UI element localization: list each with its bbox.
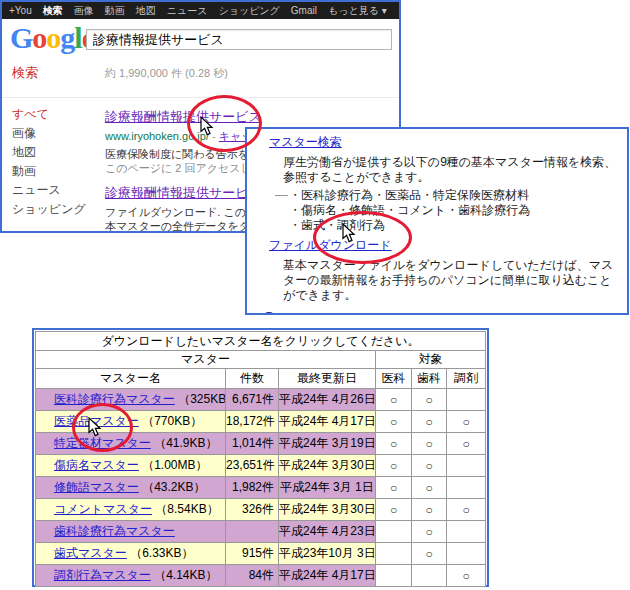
topbar-item-gmail[interactable]: Gmail [291, 5, 317, 16]
target-dental-cell: ○ [412, 543, 447, 565]
master-name-cell: 修飾語マスター （43.2KB） [36, 477, 226, 499]
master-download-link[interactable]: 歯式マスター [54, 546, 127, 560]
master-download-link[interactable]: 医薬品マスター [54, 414, 139, 428]
file-download-description: 基本マスターファイルをダウンロードしていただけば、マスターの最新情報をお手持ちの… [283, 258, 619, 303]
table-row: 調剤行為マスター （4.14KB）84件平成24年 4月17日○ [36, 565, 486, 587]
master-name-cell: 特定器材マスター （41.9KB） [36, 433, 226, 455]
sidebar-item-all[interactable]: すべて [12, 105, 86, 124]
topbar-item-search[interactable]: 検索 [43, 4, 63, 18]
master-download-link[interactable]: 調剤行為マスター [54, 568, 151, 582]
master-file-size: （41.9KB） [154, 436, 217, 450]
table-row: 医科診療行為マスター （325KB）6,671件平成24年 4月26日○○ [36, 389, 486, 411]
master-download-link[interactable]: 医科診療行為マスター [54, 392, 175, 406]
screenshot-stage: +You 検索 画像 動画 地図 ニュース ショッピング Gmail もっと見る… [0, 0, 630, 590]
target-medical-cell [376, 521, 412, 543]
target-dental-cell: ○ [412, 433, 447, 455]
target-dispensing-cell [447, 543, 486, 565]
google-logo[interactable]: Google [10, 23, 94, 53]
last-updated-cell: 平成24年 3月30日 [279, 499, 376, 521]
master-file-size: （325KB） [178, 392, 225, 406]
sidebar-item-maps[interactable]: 地図 [12, 143, 86, 162]
drug-badge-icon: 薬 [261, 312, 277, 315]
target-medical-cell: ○ [376, 499, 412, 521]
sidebar-item-videos[interactable]: 動画 [12, 162, 86, 181]
target-dental-cell: ○ [412, 499, 447, 521]
master-download-link[interactable]: 傷病名マスター [54, 458, 139, 472]
master-service-popup: マスター検索 厚生労働省が提供する以下の9種の基本マスター情報を検索、参照するこ… [245, 127, 629, 315]
topbar-item-maps[interactable]: 地図 [136, 4, 156, 18]
sidebar-item-shopping[interactable]: ショッピング [12, 200, 86, 219]
topbar-item-more[interactable]: もっと見る ▾ [328, 4, 387, 18]
master-search-description: 厚生労働省が提供する以下の9種の基本マスター情報を検索、参照することができます。 [283, 155, 619, 185]
master-name-cell: 医科診療行為マスター （325KB） [36, 389, 226, 411]
master-name-cell: 医薬品マスター （770KB） [36, 411, 226, 433]
master-download-link[interactable]: 修飾語マスター [54, 480, 139, 494]
master-download-link[interactable]: 特定器材マスター [54, 436, 151, 450]
last-updated-cell: 平成24年 3月 1日 [279, 477, 376, 499]
target-medical-cell: ○ [376, 433, 412, 455]
table-caption: ダウンロードしたいマスター名をクリックしてください。 [36, 332, 486, 351]
master-file-size: （4.14KB） [154, 568, 217, 582]
master-types-line-1: ・医科診療行為・医薬品・特定保険医療材料 [275, 188, 619, 203]
search-sidebar: すべて 画像 地図 動画 ニュース ショッピング [12, 105, 86, 219]
topbar-item-images[interactable]: 画像 [74, 4, 94, 18]
search-input[interactable] [86, 29, 392, 50]
results-divider [2, 97, 399, 98]
logo-letter: g [60, 21, 74, 54]
col-header-dispensing: 調剤 [447, 369, 486, 389]
google-topbar: +You 検索 画像 動画 地図 ニュース ショッピング Gmail もっと見る… [2, 2, 399, 19]
master-file-size: （8.54KB） [155, 502, 218, 516]
last-updated-cell: 平成24年 4月17日 [279, 411, 376, 433]
master-name-cell: 調剤行為マスター （4.14KB） [36, 565, 226, 587]
last-updated-cell: 平成24年 4月26日 [279, 389, 376, 411]
target-dental-cell: ○ [412, 411, 447, 433]
topbar-item-videos[interactable]: 動画 [105, 4, 125, 18]
master-file-size: （43.2KB） [142, 480, 205, 494]
master-types-line-3: ・歯式・調剤行為 [275, 218, 619, 233]
table-row: 歯科診療行為マスター平成24年 4月23日○ [36, 521, 486, 543]
master-search-link[interactable]: マスター検索 [269, 135, 342, 149]
target-dispensing-cell [447, 477, 486, 499]
table-row: コメントマスター （8.54KB）326件平成24年 3月30日○○○ [36, 499, 486, 521]
master-name-cell: 歯式マスター （6.33KB） [36, 543, 226, 565]
result-1-title-link[interactable]: 診療報酬情報提供サービス [105, 108, 262, 126]
last-updated-cell: 平成24年 3月30日 [279, 455, 376, 477]
result-stats: 約 1,990,000 件 (0.28 秒) [105, 66, 228, 81]
record-count-cell: 18,172件 [226, 411, 279, 433]
topbar-item-plus-you[interactable]: +You [9, 5, 32, 16]
topbar-item-shopping[interactable]: ショッピング [218, 4, 279, 18]
file-download-link[interactable]: ファイルダウンロード [269, 238, 392, 252]
target-dental-cell: ○ [412, 521, 447, 543]
master-name-cell: 歯科診療行為マスター [36, 521, 226, 543]
master-download-window: ダウンロードしたいマスター名をクリックしてください。 マスター 対象 マスター名… [32, 328, 489, 587]
table-row: 修飾語マスター （43.2KB）1,982件平成24年 3月 1日○○ [36, 477, 486, 499]
last-updated-cell: 平成23年10月 3日 [279, 543, 376, 565]
target-dental-cell: ○ [412, 477, 447, 499]
url-separator: - [209, 130, 219, 142]
master-download-table: ダウンロードしたいマスター名をクリックしてください。 マスター 対象 マスター名… [35, 331, 486, 587]
target-dispensing-cell: ○ [447, 499, 486, 521]
target-dental-cell [412, 565, 447, 587]
target-dispensing-cell: ○ [447, 411, 486, 433]
target-dental-cell: ○ [412, 389, 447, 411]
record-count-cell [226, 521, 279, 543]
sidebar-item-news[interactable]: ニュース [12, 181, 86, 200]
result-2-title-link[interactable]: 診療報酬情報提供サービス [105, 184, 262, 202]
table-rows: 医科診療行為マスター （325KB）6,671件平成24年 4月26日○○医薬品… [36, 389, 486, 587]
target-dispensing-cell: ○ [447, 565, 486, 587]
col-header-dental: 歯科 [412, 369, 447, 389]
col-header-medical: 医科 [376, 369, 412, 389]
target-dispensing-cell [447, 389, 486, 411]
group-header-master: マスター [36, 351, 376, 369]
record-count-cell: 1,014件 [226, 433, 279, 455]
record-count-cell: 1,982件 [226, 477, 279, 499]
target-medical-cell [376, 565, 412, 587]
master-file-size: （770KB） [142, 414, 202, 428]
master-download-link[interactable]: コメントマスター [54, 502, 152, 516]
sidebar-item-images[interactable]: 画像 [12, 124, 86, 143]
master-download-link[interactable]: 歯科診療行為マスター [54, 524, 175, 538]
logo-letter: G [10, 21, 32, 54]
group-header-target: 対象 [376, 351, 486, 369]
table-row: 歯式マスター （6.33KB）915件平成23年10月 3日○ [36, 543, 486, 565]
topbar-item-news[interactable]: ニュース [167, 4, 208, 18]
